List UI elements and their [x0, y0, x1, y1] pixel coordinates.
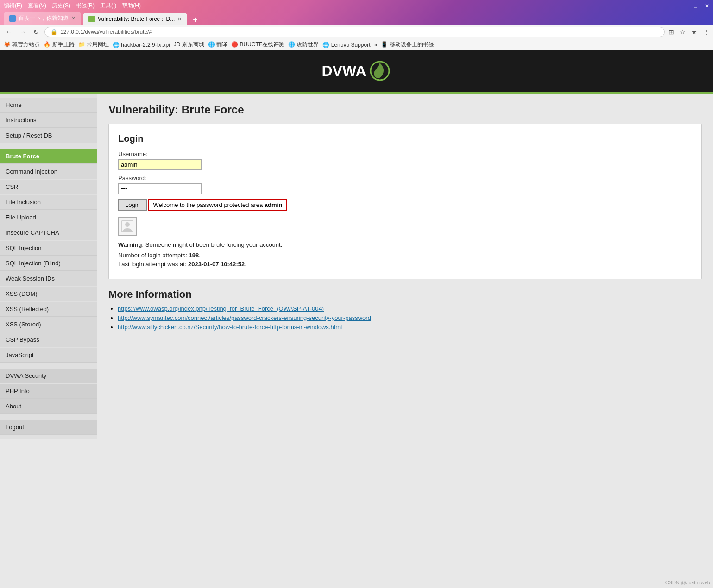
sidebar-gap-3: [0, 414, 97, 420]
svg-point-2: [125, 222, 130, 227]
more-info-title: More Information: [108, 288, 702, 300]
avatar-icon: [121, 220, 134, 233]
last-attempt-text: Last login attempt was at: 2023-01-07 10…: [118, 261, 692, 268]
sidebar-item-bruteforce[interactable]: Brute Force: [0, 149, 97, 164]
sidebar-item-about[interactable]: About: [0, 399, 97, 414]
sidebar-item-xssdom[interactable]: XSS (DOM): [0, 287, 97, 301]
bookmark-foxofficial[interactable]: 🦊 狐官方站点: [4, 41, 40, 49]
attempts-label: Number of login attempts:: [118, 252, 189, 259]
password-input[interactable]: [118, 183, 202, 194]
bookmark-translate[interactable]: 🌐 翻译: [208, 41, 227, 49]
menu-view[interactable]: 查看(V): [28, 2, 46, 10]
sidebar-item-xssstored[interactable]: XSS (Stored): [0, 317, 97, 332]
tab-baidu[interactable]: 百度一下，你就知道 ✕: [4, 12, 81, 25]
link-item-2: http://www.symantec.com/connect/articles…: [118, 314, 702, 321]
close-btn[interactable]: ✕: [705, 3, 709, 9]
star-icon[interactable]: ★: [691, 28, 697, 36]
minimize-btn[interactable]: ─: [682, 3, 687, 9]
link-item-1: https://www.owasp.org/index.php/Testing_…: [118, 305, 702, 312]
bookmark-more[interactable]: »: [374, 41, 378, 49]
link-sillychicken[interactable]: http://www.sillychicken.co.nz/Security/h…: [118, 324, 342, 331]
password-label: Password:: [118, 175, 692, 181]
username-input[interactable]: [118, 159, 202, 170]
last-attempt-value: 2023-01-07 10:42:52: [188, 261, 245, 268]
warning-label: Warning: [118, 241, 142, 248]
lock-icon: 🔒: [50, 29, 57, 35]
login-button[interactable]: Login: [118, 199, 147, 211]
page-title: Vulnerability: Brute Force: [108, 103, 702, 116]
warning-detail: : Someone might of been brute forcing yo…: [142, 241, 283, 248]
sidebar-item-javascript[interactable]: JavaScript: [0, 348, 97, 363]
menu-bookmarks[interactable]: 书签(B): [76, 2, 95, 10]
link-list: https://www.owasp.org/index.php/Testing_…: [108, 305, 702, 331]
link-owasp[interactable]: https://www.owasp.org/index.php/Testing_…: [118, 305, 324, 312]
sidebar-item-logout[interactable]: Logout: [0, 420, 97, 435]
avatar-placeholder: [118, 217, 137, 236]
page-content: DVWA Home Instructions Setup / Reset DB …: [0, 50, 713, 439]
bookmark-jd[interactable]: JD 京东商城: [174, 41, 204, 49]
dvwa-header: DVWA: [0, 50, 713, 92]
window-controls[interactable]: ─ □ ✕: [682, 3, 709, 9]
attempts-value: 198: [189, 252, 199, 259]
bookmark-hackbar[interactable]: 🌐 hackbar-2.2.9-fx.xpi: [113, 41, 170, 49]
bookmark-lenovo[interactable]: 🌐 Lenovo Support: [322, 41, 370, 49]
menu-edit[interactable]: 编辑(E): [4, 2, 22, 10]
bookmark-mobile[interactable]: 📱 移动设备上的书签: [381, 41, 434, 49]
login-title: Login: [118, 133, 692, 144]
link-symantec[interactable]: http://www.symantec.com/connect/articles…: [118, 314, 371, 321]
tab-dvwa-close[interactable]: ✕: [177, 16, 182, 22]
tab-dvwa-icon: [88, 16, 95, 22]
back-button[interactable]: ←: [4, 27, 14, 37]
sidebar-item-sqlinjection[interactable]: SQL Injection: [0, 241, 97, 256]
bookmarks-bar: 🦊 狐官方站点 🔥 新手上路 📁 常用网址 🌐 hackbar-2.2.9-fx…: [0, 39, 713, 50]
maximize-btn[interactable]: □: [694, 3, 697, 9]
dvwa-logo-text: DVWA: [322, 63, 366, 80]
bookmark-ctf[interactable]: 🌐 攻防世界: [288, 41, 319, 49]
sidebar-gap-2: [0, 363, 97, 369]
menu-tools[interactable]: 工具(I): [100, 2, 116, 10]
sidebar-item-dvwasecurity[interactable]: DVWA Security: [0, 369, 97, 383]
sidebar-item-home[interactable]: Home: [0, 98, 97, 113]
sidebar-item-sqlblind[interactable]: SQL Injection (Blind): [0, 256, 97, 271]
extensions-icon[interactable]: ⊞: [669, 28, 674, 36]
dvwa-logo: DVWA: [322, 59, 391, 82]
welcome-user: admin: [265, 201, 282, 208]
bookmark-common[interactable]: 📁 常用网址: [78, 41, 109, 49]
bookmark-buuctf[interactable]: 🔴 BUUCTF在线评测: [231, 41, 284, 49]
sidebar-item-csrf[interactable]: CSRF: [0, 180, 97, 194]
bookmark-icon[interactable]: ☆: [680, 28, 686, 36]
sidebar-gap: [0, 144, 97, 149]
settings-icon[interactable]: ⋮: [703, 28, 709, 36]
forward-button[interactable]: →: [18, 27, 28, 37]
new-tab-button[interactable]: +: [189, 15, 202, 25]
sidebar-item-captcha[interactable]: Insecure CAPTCHA: [0, 225, 97, 240]
dvwa-logo-svg: [368, 59, 391, 82]
sidebar-item-fileupload[interactable]: File Upload: [0, 210, 97, 225]
attempts-text: Number of login attempts: 198.: [118, 252, 692, 259]
menu-history[interactable]: 历史(S): [52, 2, 70, 10]
sidebar-item-xssreflected[interactable]: XSS (Reflected): [0, 302, 97, 317]
sidebar-item-csp[interactable]: CSP Bypass: [0, 332, 97, 347]
sidebar-item-weaksession[interactable]: Weak Session IDs: [0, 271, 97, 286]
refresh-button[interactable]: ↻: [32, 27, 41, 37]
sidebar-item-phpinfo[interactable]: PHP Info: [0, 384, 97, 399]
sidebar-item-instructions[interactable]: Instructions: [0, 113, 97, 128]
menu-bar[interactable]: 编辑(E) 查看(V) 历史(S) 书签(B) 工具(I) 帮助(H): [4, 2, 141, 10]
main-layout: Home Instructions Setup / Reset DB Brute…: [0, 94, 713, 439]
browser-chrome: 编辑(E) 查看(V) 历史(S) 书签(B) 工具(I) 帮助(H) ─ □ …: [0, 0, 713, 50]
title-bar: 编辑(E) 查看(V) 历史(S) 书签(B) 工具(I) 帮助(H) ─ □ …: [0, 0, 713, 12]
sidebar-item-setup[interactable]: Setup / Reset DB: [0, 128, 97, 143]
tab-dvwa[interactable]: Vulnerability: Brute Force :: D... ✕: [83, 13, 187, 25]
sidebar-item-commandinjection[interactable]: Command Injection: [0, 164, 97, 179]
tab-baidu-label: 百度一下，你就知道: [19, 14, 69, 22]
tab-baidu-close[interactable]: ✕: [71, 15, 76, 21]
address-bar: ← → ↻ 🔒 127.0.0.1/dvwa/vulnerabilities/b…: [0, 25, 713, 39]
menu-help[interactable]: 帮助(H): [122, 2, 141, 10]
sidebar-item-fileinclusion[interactable]: File Inclusion: [0, 195, 97, 210]
main-content-area: Vulnerability: Brute Force Login Usernam…: [97, 94, 713, 439]
tab-dvwa-label: Vulnerability: Brute Force :: D...: [98, 16, 175, 22]
url-input[interactable]: 🔒 127.0.0.1/dvwa/vulnerabilities/brute/#: [44, 27, 665, 37]
tab-baidu-icon: [9, 15, 16, 22]
bookmark-newbie[interactable]: 🔥 新手上路: [44, 41, 74, 49]
sidebar: Home Instructions Setup / Reset DB Brute…: [0, 94, 97, 439]
